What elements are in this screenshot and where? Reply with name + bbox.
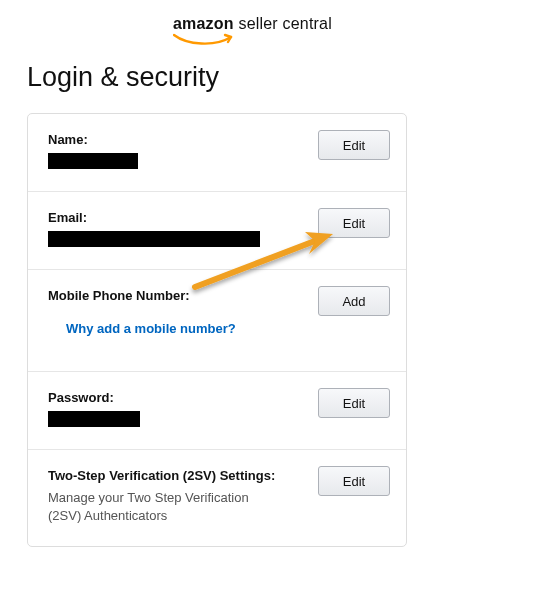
row-2sv: Two-Step Verification (2SV) Settings: Ma… — [28, 449, 406, 546]
password-value-redacted — [48, 411, 140, 427]
row-email: Email: Edit — [28, 191, 406, 269]
row-name: Name: Edit — [28, 114, 406, 191]
row-password: Password: Edit — [28, 371, 406, 449]
row-phone: Mobile Phone Number: Why add a mobile nu… — [28, 269, 406, 371]
name-value-redacted — [48, 153, 138, 169]
brand-rest: seller central — [234, 15, 332, 32]
twosv-description: Manage your Two Step Verification (2SV) … — [48, 489, 268, 524]
login-security-card: Name: Edit Email: Edit Mobile Phone Numb… — [27, 113, 407, 547]
add-phone-button[interactable]: Add — [318, 286, 390, 316]
edit-password-button[interactable]: Edit — [318, 388, 390, 418]
email-value-redacted — [48, 231, 260, 247]
page-title: Login & security — [27, 62, 219, 93]
brand-bold: amazon — [173, 15, 234, 32]
edit-name-button[interactable]: Edit — [318, 130, 390, 160]
edit-email-button[interactable]: Edit — [318, 208, 390, 238]
why-add-mobile-link[interactable]: Why add a mobile number? — [66, 321, 236, 336]
edit-2sv-button[interactable]: Edit — [318, 466, 390, 496]
amazon-smile-icon — [173, 33, 235, 47]
seller-central-logo: amazon seller central — [173, 15, 332, 33]
